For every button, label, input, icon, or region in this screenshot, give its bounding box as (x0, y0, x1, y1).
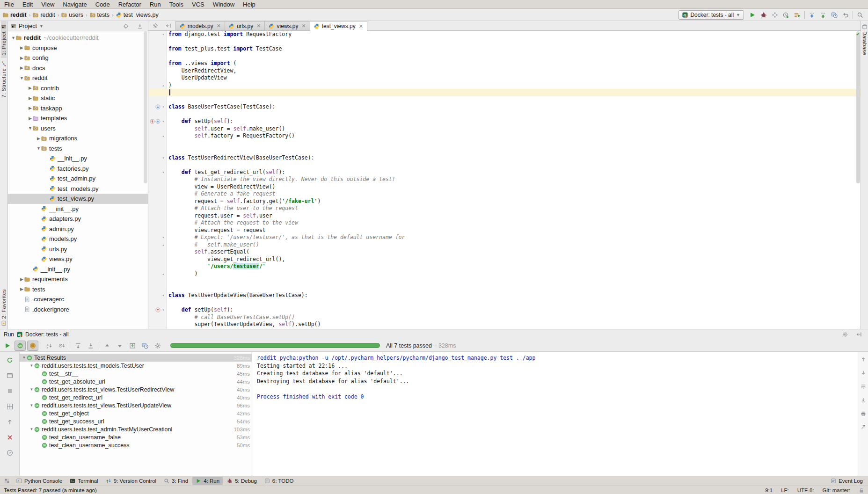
close-button[interactable] (5, 433, 15, 442)
tree-item[interactable]: factories.py (8, 164, 148, 174)
tree-item[interactable]: test_models.py (8, 184, 148, 194)
tree-item[interactable]: ▶compose (8, 43, 148, 53)
status-widget[interactable]: UTF-8: (797, 487, 814, 493)
tool-window-button-6-todo[interactable]: 6: TODO (261, 477, 297, 485)
breadcrumb-item[interactable]: reddit (3, 12, 27, 18)
vcs-update-button[interactable]: VCS (807, 10, 817, 20)
tree-item[interactable]: admin.py (8, 224, 148, 234)
fold-marker-icon[interactable]: ▾ (161, 308, 166, 312)
tool-window-button-7-structure[interactable]: 7: Structure (1, 58, 7, 101)
rerun-button[interactable] (5, 356, 15, 365)
tree-item[interactable]: ▼users (8, 124, 148, 134)
tree-item[interactable]: ▶requirements (8, 274, 148, 284)
print-button[interactable] (858, 409, 868, 418)
tree-item[interactable]: ▼reddit (8, 73, 148, 83)
editor-tab[interactable]: views.py✕ (264, 21, 310, 30)
tree-item[interactable]: urls.py (8, 244, 148, 254)
tree-item[interactable]: views.py (8, 254, 148, 264)
tree-item[interactable]: __init__.py (8, 264, 148, 275)
debug-button[interactable] (759, 10, 769, 20)
restore-layout-button[interactable] (5, 402, 15, 411)
next-failed-button[interactable] (114, 341, 125, 351)
fold-marker-icon[interactable]: ▴ (161, 134, 166, 138)
menu-run[interactable]: Run (146, 0, 165, 8)
stop-button[interactable] (5, 386, 15, 396)
tree-item[interactable]: .dockerignore (8, 305, 148, 315)
tree-item[interactable]: ▶taskapp (8, 103, 148, 114)
fold-marker-icon[interactable]: ▾ (161, 32, 166, 36)
breadcrumb-item[interactable]: reddit (33, 12, 55, 18)
locate-button[interactable] (121, 22, 131, 31)
expand-arrow-icon[interactable]: ▶ (19, 65, 24, 70)
tree-item[interactable]: ▶tests (8, 284, 148, 295)
inspections-ok-icon[interactable]: ✔ (856, 32, 860, 36)
scroll-to-end-button[interactable] (858, 395, 868, 405)
collapse-arrow-icon[interactable]: ▼ (11, 36, 16, 40)
menu-file[interactable]: File (0, 0, 18, 8)
menu-vcs[interactable]: VCS (188, 0, 209, 8)
collapse-arrow-icon[interactable]: ▼ (19, 76, 24, 80)
menu-tools[interactable]: Tools (165, 0, 188, 8)
expand-arrow-icon[interactable]: ▶ (19, 56, 24, 60)
tree-item[interactable]: ▶templates (8, 113, 148, 124)
fold-marker-icon[interactable]: ▾ (161, 119, 166, 124)
test-row[interactable]: OKtest_clean_username_false53ms (20, 433, 252, 441)
sort-by-duration-button[interactable] (56, 341, 67, 351)
close-tab-icon[interactable]: ✕ (359, 23, 363, 29)
project-scrollbar[interactable] (144, 31, 147, 183)
tool-window-button-2-favorites[interactable]: 2: Favorites (1, 286, 7, 329)
fold-marker-icon[interactable]: ▾ (161, 235, 166, 240)
tree-item[interactable]: .coveragerc (8, 294, 148, 305)
collapse-arrow-icon[interactable]: ▼ (28, 126, 33, 131)
expand-arrow-icon[interactable]: ▶ (28, 86, 33, 90)
fold-marker-icon[interactable]: ▴ (161, 272, 166, 276)
close-tab-icon[interactable]: ✕ (217, 23, 221, 29)
vcs-commit-button[interactable]: VCS (818, 10, 828, 20)
menu-help[interactable]: Help (239, 0, 260, 8)
pin-tab-button[interactable] (5, 417, 15, 427)
collapse-arrow-icon[interactable]: ▼ (29, 387, 34, 392)
scroll-up-button[interactable] (858, 355, 868, 364)
tree-item[interactable]: ▼reddit~/cookiecutter/reddit (8, 33, 148, 43)
breadcrumb-item[interactable]: users (61, 12, 83, 18)
fold-marker-icon[interactable]: ▴ (161, 243, 166, 247)
editor-scrollbar[interactable] (856, 31, 861, 328)
tree-item[interactable]: ▶contrib (8, 83, 148, 94)
test-settings-button[interactable] (152, 341, 163, 351)
test-row[interactable]: OKtest_get_redirect_url40ms (20, 393, 252, 401)
tool-window-button-1-project[interactable]: 1: Project (1, 21, 7, 58)
test-row[interactable]: OKtest_clean_username_success50ms (20, 441, 252, 449)
hide-panel-button[interactable] (854, 330, 864, 339)
menu-refactor[interactable]: Refactor (114, 0, 146, 8)
overrides-icon[interactable] (150, 119, 155, 124)
scroll-down-button[interactable] (858, 368, 868, 378)
tree-item[interactable]: models.py (8, 234, 148, 244)
import-results-button[interactable] (127, 341, 138, 351)
sort-alphabetically-button[interactable]: az (44, 341, 55, 351)
project-view-select[interactable]: Project ▼ (11, 23, 44, 29)
previous-failed-button[interactable] (102, 341, 113, 351)
collapse-all-button[interactable] (135, 22, 145, 31)
status-widget[interactable]: 9:1 (765, 487, 773, 493)
menu-navigate[interactable]: Navigate (58, 0, 91, 8)
fold-marker-icon[interactable]: ▴ (161, 83, 166, 87)
test-row[interactable]: OKtest_get_success_url54ms (20, 417, 252, 425)
test-history-button[interactable] (139, 341, 151, 351)
expand-arrow-icon[interactable]: ▶ (28, 116, 33, 121)
test-row[interactable]: OKtest_get_object42ms (20, 409, 252, 417)
overridden-icon[interactable] (155, 104, 160, 109)
editor-settings-button[interactable] (150, 21, 160, 30)
collapse-arrow-icon[interactable]: ▼ (22, 356, 27, 360)
local-history-button[interactable] (829, 10, 839, 20)
tree-item[interactable]: ▶migrations (8, 133, 148, 144)
hide-panel-button[interactable] (163, 21, 174, 30)
tool-window-button-python-console[interactable]: Python Console (13, 477, 66, 485)
expand-arrow-icon[interactable]: ▶ (19, 287, 24, 291)
collapse-arrow-icon[interactable]: ▼ (29, 363, 34, 368)
editor-tab[interactable]: urls.py✕ (225, 21, 265, 30)
expand-all-button[interactable] (73, 341, 84, 351)
test-row[interactable]: OKtest_get_absolute_url44ms (20, 378, 252, 385)
tool-window-button-4-run[interactable]: 4: Run (192, 477, 223, 485)
show-ignored-toggle[interactable] (27, 341, 38, 351)
editor-tab[interactable]: test_views.py✕ (310, 21, 367, 31)
